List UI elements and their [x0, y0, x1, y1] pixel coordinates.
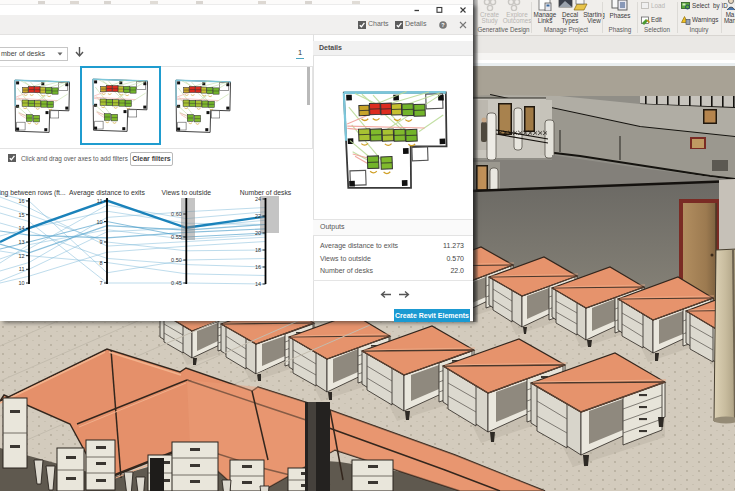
svg-text:24: 24: [255, 196, 261, 202]
svg-text:20: 20: [255, 230, 261, 236]
svg-text:0.60: 0.60: [171, 211, 182, 217]
svg-text:acing between rows (ft...: acing between rows (ft...: [0, 189, 66, 197]
svg-text:Average distance to exits: Average distance to exits: [69, 189, 145, 197]
svg-text:22: 22: [255, 213, 261, 219]
svg-text:Views to outside: Views to outside: [162, 189, 212, 196]
svg-text:16: 16: [255, 264, 261, 270]
svg-text:11: 11: [19, 266, 25, 272]
svg-text:0.45: 0.45: [171, 280, 182, 286]
svg-text:13: 13: [18, 239, 24, 245]
svg-text:8: 8: [99, 260, 102, 266]
svg-text:15: 15: [18, 212, 24, 218]
svg-text:0.55: 0.55: [171, 234, 182, 240]
svg-text:10: 10: [96, 219, 102, 225]
svg-text:11: 11: [97, 198, 103, 204]
svg-text:0.50: 0.50: [171, 257, 182, 263]
svg-text:9: 9: [99, 239, 102, 245]
svg-text:7: 7: [99, 280, 102, 286]
svg-text:10: 10: [18, 280, 24, 286]
svg-text:16: 16: [18, 198, 24, 204]
svg-text:Number of desks: Number of desks: [240, 189, 292, 196]
svg-text:12: 12: [18, 253, 24, 259]
svg-text:14: 14: [255, 281, 261, 287]
svg-text:18: 18: [255, 247, 261, 253]
svg-text:14: 14: [18, 225, 24, 231]
